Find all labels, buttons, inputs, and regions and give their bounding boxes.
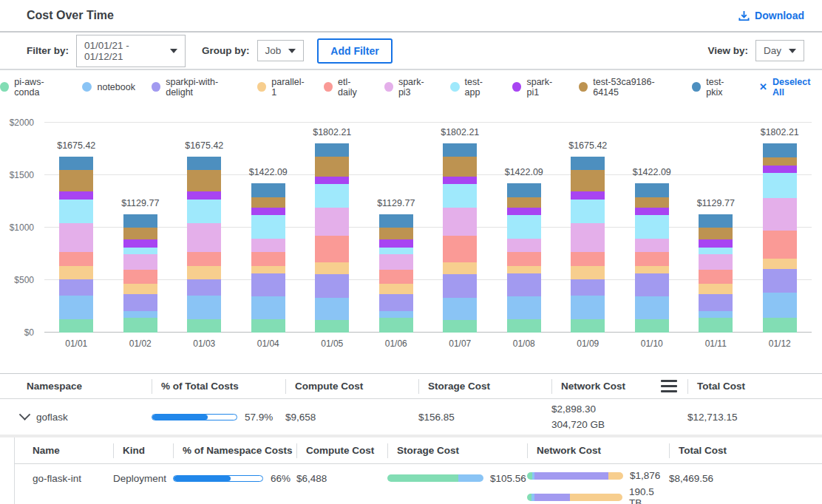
legend-item-spark-pi1[interactable]: spark-pi1 [512,77,563,98]
download-button[interactable]: Download [738,10,804,21]
bar-segment-test-app[interactable] [315,184,349,208]
bar-segment-test-pkix[interactable] [251,183,285,197]
bar-segment-test-53ca9186-64145[interactable] [763,157,797,166]
bar-segment-notebook[interactable] [251,296,285,319]
col-compute[interactable]: Compute Cost [285,379,418,394]
col-storage[interactable]: Storage Cost [387,443,527,458]
bar-segment-pi-aws-conda[interactable] [251,319,285,333]
legend-item-test-pkix[interactable]: test-pkix [692,77,738,98]
bar-segment-test-app[interactable] [443,184,477,208]
bar-segment-sparkpi-with-delight[interactable] [123,294,157,312]
bar-segment-pi-aws-conda[interactable] [379,318,413,333]
bar-segment-pi-aws-conda[interactable] [507,319,541,333]
bar-segment-etl-daily[interactable] [763,231,797,259]
stacked-bar-01/06[interactable] [379,214,413,333]
bar-segment-sparkpi-with-delight[interactable] [59,279,93,296]
bar-segment-etl-daily[interactable] [507,252,541,266]
bar-segment-notebook[interactable] [59,296,93,319]
bar-segment-spark-pi3[interactable] [123,254,157,269]
col-compute[interactable]: Compute Cost [296,443,387,458]
stacked-bar-01/12[interactable] [763,143,797,333]
bar-segment-etl-daily[interactable] [251,252,285,266]
bar-segment-parallel-1[interactable] [379,284,413,293]
group-by-select[interactable]: Job [257,40,305,61]
bar-segment-sparkpi-with-delight[interactable] [443,274,477,298]
stacked-bar-01/09[interactable] [571,157,605,333]
col-kind[interactable]: Kind [113,443,173,458]
add-filter-button[interactable]: Add Filter [317,38,392,64]
bar-segment-pi-aws-conda[interactable] [315,320,349,333]
bar-segment-spark-pi3[interactable] [571,223,605,252]
bar-segment-test-53ca9186-64145[interactable] [379,228,413,239]
col-namespace[interactable]: Namespace [27,379,152,394]
bar-segment-parallel-1[interactable] [635,266,669,273]
bar-segment-test-app[interactable] [635,215,669,238]
bar-segment-notebook[interactable] [507,296,541,319]
bar-segment-spark-pi3[interactable] [315,208,349,236]
bar-segment-pi-aws-conda[interactable] [59,319,93,333]
bar-segment-parallel-1[interactable] [571,266,605,279]
bar-segment-notebook[interactable] [379,311,413,317]
bar-segment-spark-pi1[interactable] [507,208,541,215]
bar-segment-notebook[interactable] [443,298,477,320]
bar-segment-spark-pi3[interactable] [507,239,541,252]
col-pct-namespace[interactable]: % of Namespace Costs [173,443,296,458]
legend-item-sparkpi-with-delight[interactable]: sparkpi-with-delight [152,77,241,98]
bar-segment-parallel-1[interactable] [315,262,349,274]
stacked-bar-01/07[interactable] [443,143,477,333]
stacked-bar-01/11[interactable] [699,214,733,333]
bar-segment-etl-daily[interactable] [379,270,413,285]
bar-segment-notebook[interactable] [635,296,669,319]
bar-segment-etl-daily[interactable] [187,252,221,266]
bar-segment-test-53ca9186-64145[interactable] [123,228,157,239]
bar-segment-test-app[interactable] [123,248,157,254]
legend-item-test-app[interactable]: test-app [450,77,496,98]
bar-segment-sparkpi-with-delight[interactable] [699,294,733,312]
bar-segment-spark-pi1[interactable] [187,191,221,200]
bar-segment-etl-daily[interactable] [635,252,669,266]
bar-segment-pi-aws-conda[interactable] [571,319,605,333]
bar-segment-test-app[interactable] [571,200,605,223]
col-network[interactable]: Network Cost [551,379,687,394]
bar-segment-test-53ca9186-64145[interactable] [507,197,541,208]
menu-icon[interactable] [661,380,677,392]
stacked-bar-01/08[interactable] [507,183,541,333]
bar-segment-spark-pi1[interactable] [315,177,349,185]
bar-segment-test-pkix[interactable] [315,143,349,156]
bar-segment-test-53ca9186-64145[interactable] [699,228,733,239]
namespace-expander[interactable]: goflask [21,412,152,423]
bar-segment-sparkpi-with-delight[interactable] [187,279,221,296]
bar-segment-test-pkix[interactable] [635,183,669,197]
bar-segment-spark-pi1[interactable] [443,177,477,185]
bar-segment-test-app[interactable] [59,200,93,223]
legend-item-pi-aws-conda[interactable]: pi-aws-conda [0,77,66,98]
deselect-all-button[interactable]: ✕ Deselect All [759,77,822,98]
bar-segment-notebook[interactable] [315,298,349,320]
bar-segment-test-app[interactable] [507,215,541,238]
bar-segment-parallel-1[interactable] [59,266,93,279]
date-range-select[interactable]: 01/01/21 - 01/12/21 [76,35,186,67]
bar-segment-test-pkix[interactable] [699,214,733,228]
bar-segment-sparkpi-with-delight[interactable] [571,279,605,296]
bar-segment-pi-aws-conda[interactable] [635,319,669,333]
bar-segment-parallel-1[interactable] [763,259,797,268]
bar-segment-spark-pi3[interactable] [763,198,797,230]
bar-segment-etl-daily[interactable] [59,252,93,266]
bar-segment-sparkpi-with-delight[interactable] [507,273,541,296]
bar-segment-pi-aws-conda[interactable] [443,320,477,333]
stacked-bar-01/01[interactable] [59,157,93,333]
bar-segment-test-app[interactable] [763,173,797,198]
bar-segment-test-pkix[interactable] [763,143,797,157]
bar-segment-test-app[interactable] [251,215,285,238]
bar-segment-parallel-1[interactable] [443,262,477,274]
legend-item-parallel-1[interactable]: parallel-1 [257,77,308,98]
bar-segment-etl-daily[interactable] [571,252,605,266]
bar-segment-spark-pi1[interactable] [635,208,669,215]
bar-segment-parallel-1[interactable] [251,266,285,273]
bar-segment-spark-pi3[interactable] [187,223,221,252]
bar-segment-spark-pi1[interactable] [571,191,605,200]
bar-segment-sparkpi-with-delight[interactable] [379,294,413,312]
col-storage[interactable]: Storage Cost [418,379,551,394]
bar-segment-spark-pi3[interactable] [251,239,285,252]
bar-segment-spark-pi1[interactable] [763,166,797,173]
